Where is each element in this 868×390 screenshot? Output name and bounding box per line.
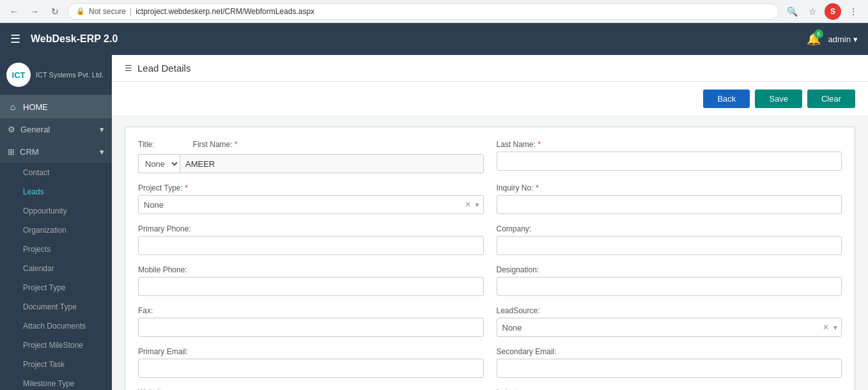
crm-icon: ⊞ bbox=[8, 147, 15, 157]
crm-chevron-icon: ▾ bbox=[100, 147, 104, 157]
refresh-button[interactable]: ↻ bbox=[47, 4, 63, 19]
fax-input[interactable] bbox=[138, 318, 484, 337]
address-bar[interactable]: 🔒 Not secure | ictproject.webdeskerp.net… bbox=[68, 3, 779, 20]
form-group-designation: Designation: bbox=[497, 265, 842, 296]
company-name: ICT Systems Pvt. Ltd. bbox=[36, 71, 104, 79]
url-text: ictproject.webdeskerp.net/CRM/WebformLea… bbox=[136, 7, 314, 16]
inquiry-no-input[interactable] bbox=[497, 195, 842, 214]
sidebar-item-project-milestone[interactable]: Project MileStone bbox=[0, 336, 112, 355]
form-group-secondary-email: Secondary Email: bbox=[497, 347, 842, 378]
form-row-1: Title: First Name: * None Mr. Mrs. bbox=[138, 140, 842, 173]
project-type-label: Project Type: * bbox=[138, 183, 484, 192]
sidebar-item-leads[interactable]: Leads bbox=[0, 182, 112, 201]
fax-label: Fax: bbox=[138, 306, 484, 315]
browser-bar: ← → ↻ 🔒 Not secure | ictproject.webdeske… bbox=[0, 0, 868, 23]
lock-icon: 🔒 bbox=[76, 7, 85, 15]
notification-icon[interactable]: 🔔 6 bbox=[807, 32, 821, 46]
form-row-6: Primary Email: Secondary Email: bbox=[138, 347, 842, 378]
leadsource-wrapper: None ✕ ▼ bbox=[497, 318, 842, 337]
sidebar: ICT ICT Systems Pvt. Ltd. ⌂ HOME ⚙ Gener… bbox=[0, 55, 112, 390]
home-label: HOME bbox=[23, 102, 48, 112]
designation-label: Designation: bbox=[497, 265, 842, 274]
inquiry-no-label: Inquiry No: * bbox=[497, 183, 842, 192]
form-group-lastname: Last Name: * bbox=[497, 140, 842, 173]
form-group-primary-phone: Primary Phone: bbox=[138, 224, 484, 255]
firstname-label: First Name: * bbox=[193, 140, 238, 149]
sidebar-item-milestone-type[interactable]: Milestone Type bbox=[0, 374, 112, 390]
sidebar-item-organization[interactable]: Organization bbox=[0, 221, 112, 240]
not-secure-label: Not secure bbox=[89, 7, 126, 16]
back-button[interactable]: Back bbox=[703, 90, 750, 108]
form-group-mobile-phone: Mobile Phone: bbox=[138, 265, 484, 296]
form-group-leadsource: LeadSource: None ✕ ▼ bbox=[497, 306, 842, 337]
sidebar-item-calendar[interactable]: Calendar bbox=[0, 259, 112, 278]
title-firstname-group: None Mr. Mrs. Ms. Dr. bbox=[138, 154, 484, 173]
firstname-input[interactable] bbox=[180, 154, 484, 173]
header-right: 🔔 6 admin ▾ bbox=[807, 32, 858, 46]
form-group-inquiry-no: Inquiry No: * bbox=[497, 183, 842, 214]
sidebar-item-project-task[interactable]: Project Task bbox=[0, 355, 112, 374]
mobile-phone-label: Mobile Phone: bbox=[138, 265, 484, 274]
form-row-2: Project Type: * None ✕ ▼ bbox=[138, 183, 842, 214]
primary-email-input[interactable] bbox=[138, 359, 484, 378]
primary-phone-input[interactable] bbox=[138, 236, 484, 255]
form-group-company: Company: bbox=[497, 224, 842, 255]
leadsource-clear-btn[interactable]: ✕ bbox=[823, 323, 829, 332]
app-container: ☰ WebDesk-ERP 2.0 🔔 6 admin ▾ ICT ICT Sy… bbox=[0, 23, 868, 390]
mobile-phone-input[interactable] bbox=[138, 277, 484, 296]
save-button[interactable]: Save bbox=[755, 90, 802, 108]
crm-label: CRM bbox=[20, 147, 39, 157]
form-row-4: Mobile Phone: Designation: bbox=[138, 265, 842, 296]
browser-search-button[interactable]: 🔍 bbox=[784, 3, 800, 20]
project-type-select[interactable]: None bbox=[138, 195, 484, 214]
page-header: ☰ Lead Details bbox=[112, 55, 868, 82]
title-label: Title: bbox=[138, 140, 155, 149]
sidebar-item-project-type[interactable]: Project Type bbox=[0, 278, 112, 297]
back-nav-button[interactable]: ← bbox=[6, 4, 22, 19]
project-type-clear-btn[interactable]: ✕ bbox=[465, 200, 471, 209]
app-body: ICT ICT Systems Pvt. Ltd. ⌂ HOME ⚙ Gener… bbox=[0, 55, 868, 390]
secondary-email-label: Secondary Email: bbox=[497, 347, 842, 356]
sidebar-item-opportunity[interactable]: Oppourtunity bbox=[0, 201, 112, 221]
project-type-wrapper: None ✕ ▼ bbox=[138, 195, 484, 214]
main-content: ☰ Lead Details Back Save Clear Title: bbox=[112, 55, 868, 390]
title-select[interactable]: None Mr. Mrs. Ms. Dr. bbox=[138, 154, 180, 173]
company-input[interactable] bbox=[497, 236, 842, 255]
lastname-input[interactable] bbox=[497, 152, 842, 171]
browser-actions: 🔍 ☆ S ⋮ bbox=[784, 3, 862, 20]
notification-badge: 6 bbox=[814, 29, 823, 38]
admin-dropdown-button[interactable]: admin ▾ bbox=[828, 35, 858, 44]
sidebar-item-document-type[interactable]: Document Type bbox=[0, 297, 112, 316]
page-title: Lead Details bbox=[137, 63, 190, 74]
general-chevron-icon: ▾ bbox=[100, 125, 104, 134]
company-logo: ICT bbox=[6, 63, 31, 87]
secondary-email-input[interactable] bbox=[497, 359, 842, 378]
hamburger-button[interactable]: ☰ bbox=[10, 32, 20, 46]
browser-bookmark-button[interactable]: ☆ bbox=[804, 3, 821, 20]
sidebar-item-attach-documents[interactable]: Attach Documents bbox=[0, 316, 112, 336]
sidebar-section-general[interactable]: ⚙ General ▾ bbox=[0, 118, 112, 141]
primary-phone-label: Primary Phone: bbox=[138, 224, 484, 233]
company-label: Company: bbox=[497, 224, 842, 233]
leadsource-select[interactable]: None bbox=[497, 318, 842, 337]
lastname-label: Last Name: * bbox=[497, 140, 842, 149]
form-container: Title: First Name: * None Mr. Mrs. bbox=[125, 127, 855, 390]
form-group-firstname: Title: First Name: * None Mr. Mrs. bbox=[138, 140, 484, 173]
sidebar-item-projects[interactable]: Projects bbox=[0, 240, 112, 259]
app-header: ☰ WebDesk-ERP 2.0 🔔 6 admin ▾ bbox=[0, 23, 868, 55]
clear-button[interactable]: Clear bbox=[807, 90, 855, 108]
browser-user-avatar[interactable]: S bbox=[825, 3, 841, 20]
separator: | bbox=[130, 7, 132, 16]
form-group-fax: Fax: bbox=[138, 306, 484, 337]
sidebar-item-contact[interactable]: Contact bbox=[0, 163, 112, 182]
form-group-project-type: Project Type: * None ✕ ▼ bbox=[138, 183, 484, 214]
form-row-3: Primary Phone: Company: bbox=[138, 224, 842, 255]
sidebar-section-crm[interactable]: ⊞ CRM ▾ bbox=[0, 141, 112, 163]
designation-input[interactable] bbox=[497, 277, 842, 296]
sidebar-logo: ICT ICT Systems Pvt. Ltd. bbox=[0, 55, 112, 95]
forward-nav-button[interactable]: → bbox=[27, 4, 42, 19]
admin-chevron-icon: ▾ bbox=[853, 35, 858, 44]
app-title: WebDesk-ERP 2.0 bbox=[31, 33, 118, 45]
sidebar-item-home[interactable]: ⌂ HOME bbox=[0, 95, 112, 118]
browser-menu-button[interactable]: ⋮ bbox=[845, 3, 862, 20]
